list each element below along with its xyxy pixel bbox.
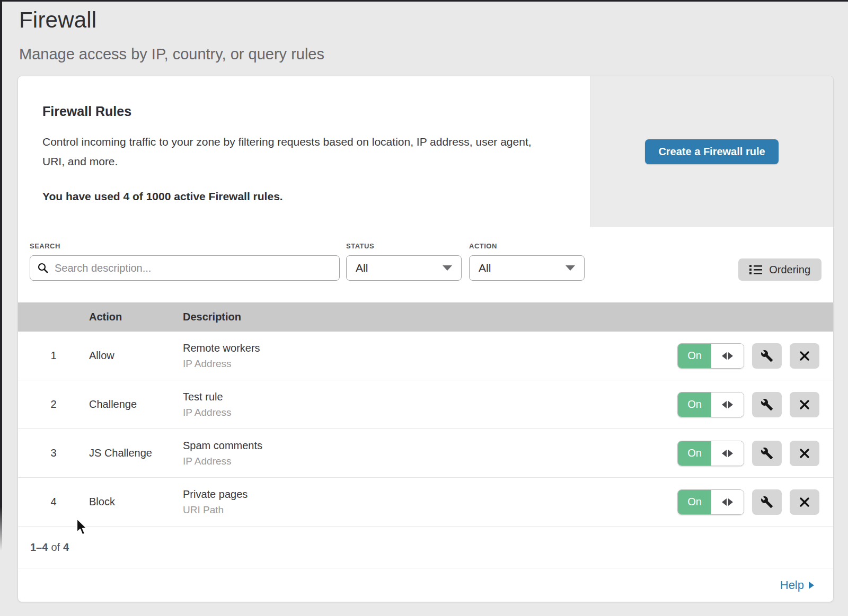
rule-priority: 3 — [18, 447, 89, 459]
page-title: Firewall — [19, 7, 848, 33]
rule-description-cell: Remote workers IP Address — [183, 342, 642, 370]
status-label: STATUS — [346, 242, 462, 250]
wrench-icon — [761, 447, 773, 460]
rule-description-cell: Spam comments IP Address — [183, 440, 642, 467]
wrench-icon — [761, 496, 773, 508]
search-icon — [37, 262, 49, 274]
ordering-button[interactable]: Ordering — [738, 258, 822, 281]
rule-action: JS Challenge — [89, 447, 183, 459]
rule-action: Challenge — [89, 398, 183, 410]
delete-rule-button[interactable] — [790, 489, 819, 515]
rule-action: Block — [89, 496, 183, 508]
rule-description-cell: Private pages URI Path — [183, 488, 642, 516]
x-icon — [799, 399, 810, 410]
edit-rule-button[interactable] — [752, 489, 782, 515]
card-footer: Help — [18, 568, 833, 602]
overview-section: Firewall Rules Control incoming traffic … — [18, 76, 833, 227]
usage-summary: You have used 4 of 1000 active Firewall … — [42, 190, 558, 203]
delete-rule-button[interactable] — [790, 441, 819, 466]
toggle-on-label: On — [678, 392, 711, 417]
status-select[interactable]: All — [346, 255, 462, 281]
toggle-on-label: On — [678, 441, 711, 466]
status-filter-group: STATUS All — [346, 242, 462, 281]
x-icon — [799, 448, 810, 459]
window-edge-top — [0, 0, 848, 2]
rule-enabled-toggle[interactable]: On — [677, 392, 744, 417]
rule-description: Private pages — [183, 488, 642, 501]
status-select-value: All — [356, 262, 368, 274]
rule-description-cell: Test rule IP Address — [183, 391, 642, 418]
help-link-label: Help — [780, 578, 804, 592]
table-row: 4 Block Private pages URI Path On — [18, 478, 833, 526]
rule-enabled-toggle[interactable]: On — [677, 441, 744, 466]
wrench-icon — [761, 350, 773, 362]
wrench-icon — [761, 398, 773, 411]
rule-match-type: IP Address — [183, 407, 642, 418]
rule-description: Spam comments — [183, 440, 642, 452]
table-header: Action Description — [18, 302, 833, 332]
search-label: SEARCH — [30, 242, 340, 250]
rule-controls: On — [642, 441, 833, 466]
rule-enabled-toggle[interactable]: On — [677, 343, 744, 369]
ordered-list-icon — [749, 264, 762, 275]
action-select[interactable]: All — [469, 255, 585, 281]
pagination-range: 1–4 — [30, 541, 48, 553]
rule-priority: 4 — [18, 496, 89, 508]
rule-priority: 1 — [18, 350, 89, 362]
x-icon — [799, 351, 810, 361]
delete-rule-button[interactable] — [790, 392, 819, 417]
window-edge-left — [0, 0, 2, 551]
rule-controls: On — [642, 343, 833, 369]
toggle-on-label: On — [678, 490, 711, 514]
rule-enabled-toggle[interactable]: On — [677, 489, 744, 515]
column-header-action: Action — [89, 311, 183, 323]
table-row: 2 Challenge Test rule IP Address On — [18, 380, 833, 429]
action-label: ACTION — [469, 242, 585, 250]
card-heading: Firewall Rules — [42, 104, 558, 119]
edit-rule-button[interactable] — [752, 392, 782, 417]
search-filter-group: SEARCH — [30, 242, 340, 281]
delete-rule-button[interactable] — [790, 343, 819, 369]
rule-description: Test rule — [183, 391, 642, 403]
caret-down-icon — [566, 265, 575, 271]
caret-down-icon — [443, 265, 452, 271]
left-right-arrows-icon — [711, 392, 744, 417]
page-subtitle: Manage access by IP, country, or query r… — [19, 46, 848, 63]
triangle-right-icon — [809, 582, 814, 589]
action-filter-group: ACTION All — [469, 242, 585, 281]
create-rule-panel: Create a Firewall rule — [590, 76, 833, 227]
left-right-arrows-icon — [711, 441, 744, 466]
x-icon — [799, 497, 810, 507]
filter-bar: SEARCH STATUS All ACTION All — [18, 227, 833, 302]
pagination: 1–4 of 4 — [18, 526, 833, 568]
rule-priority: 2 — [18, 398, 89, 410]
firewall-rules-card: Firewall Rules Control incoming traffic … — [17, 76, 834, 602]
help-link[interactable]: Help — [780, 578, 814, 592]
create-firewall-rule-button[interactable]: Create a Firewall rule — [645, 139, 778, 164]
left-right-arrows-icon — [711, 490, 744, 514]
page-header: Firewall Manage access by IP, country, o… — [0, 0, 848, 63]
toggle-on-label: On — [678, 344, 711, 368]
rule-description: Remote workers — [183, 342, 642, 354]
rule-controls: On — [642, 392, 833, 417]
rule-match-type: IP Address — [183, 456, 642, 467]
search-input[interactable] — [54, 262, 332, 275]
pagination-total: 4 — [63, 541, 69, 553]
overview-text-panel: Firewall Rules Control incoming traffic … — [18, 76, 590, 227]
edit-rule-button[interactable] — [752, 343, 782, 369]
left-right-arrows-icon — [711, 344, 744, 368]
pagination-of: of — [51, 541, 60, 553]
edit-rule-button[interactable] — [752, 441, 782, 466]
table-row: 1 Allow Remote workers IP Address On — [18, 332, 833, 380]
table-row: 3 JS Challenge Spam comments IP Address … — [18, 429, 833, 478]
rule-match-type: URI Path — [183, 504, 642, 516]
rule-action: Allow — [89, 350, 183, 362]
card-description: Control incoming traffic to your zone by… — [42, 132, 551, 171]
column-header-description: Description — [183, 311, 642, 323]
rule-controls: On — [642, 489, 833, 515]
ordering-button-label: Ordering — [769, 264, 810, 276]
search-input-wrapper[interactable] — [30, 255, 340, 281]
action-select-value: All — [479, 262, 491, 274]
rule-match-type: IP Address — [183, 358, 642, 370]
